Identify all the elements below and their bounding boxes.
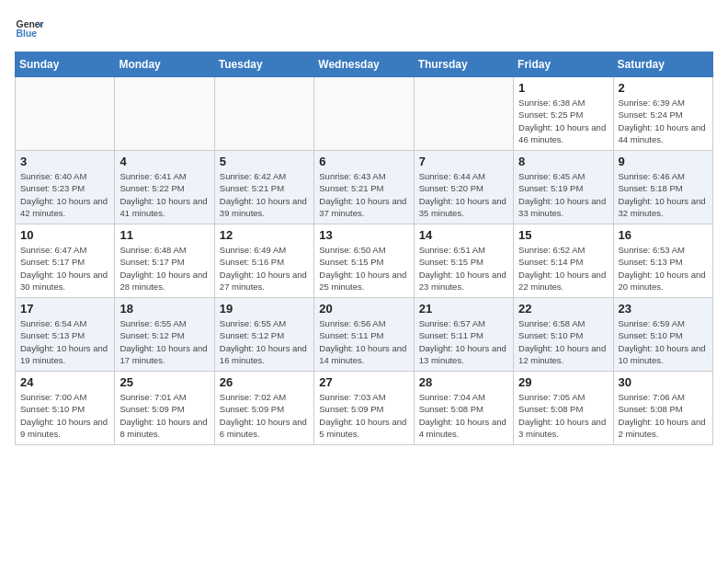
day-info: Sunrise: 6:51 AM Sunset: 5:15 PM Dayligh… — [419, 244, 508, 293]
day-info: Sunrise: 6:38 AM Sunset: 5:25 PM Dayligh… — [518, 97, 608, 145]
day-number: 2 — [619, 81, 708, 95]
day-number: 30 — [619, 375, 708, 389]
day-info: Sunrise: 6:40 AM Sunset: 5:23 PM Dayligh… — [20, 170, 109, 219]
week-row-4: 24Sunrise: 7:00 AM Sunset: 5:10 PM Dayli… — [16, 372, 713, 445]
day-number: 12 — [220, 228, 309, 242]
day-number: 16 — [619, 228, 708, 242]
day-number: 13 — [319, 228, 408, 242]
day-cell: 30Sunrise: 7:06 AM Sunset: 5:08 PM Dayli… — [613, 372, 712, 445]
day-cell: 21Sunrise: 6:57 AM Sunset: 5:11 PM Dayli… — [414, 298, 513, 372]
day-info: Sunrise: 6:50 AM Sunset: 5:15 PM Dayligh… — [319, 244, 408, 293]
calendar-body: 1Sunrise: 6:38 AM Sunset: 5:25 PM Daylig… — [16, 77, 713, 445]
day-number: 22 — [518, 302, 608, 316]
day-cell: 29Sunrise: 7:05 AM Sunset: 5:08 PM Dayli… — [514, 372, 613, 445]
day-number: 17 — [20, 302, 109, 316]
day-info: Sunrise: 7:01 AM Sunset: 5:09 PM Dayligh… — [119, 391, 209, 440]
day-cell: 12Sunrise: 6:49 AM Sunset: 5:16 PM Dayli… — [214, 224, 313, 298]
day-info: Sunrise: 6:46 AM Sunset: 5:18 PM Dayligh… — [619, 170, 708, 219]
day-cell: 25Sunrise: 7:01 AM Sunset: 5:09 PM Dayli… — [115, 372, 214, 445]
day-number: 6 — [319, 155, 408, 168]
header: General Blue — [15, 15, 713, 44]
day-info: Sunrise: 6:41 AM Sunset: 5:22 PM Dayligh… — [119, 170, 209, 219]
weekday-friday: Friday — [514, 52, 613, 77]
day-number: 9 — [619, 155, 708, 168]
day-cell: 11Sunrise: 6:48 AM Sunset: 5:17 PM Dayli… — [115, 224, 214, 298]
week-row-0: 1Sunrise: 6:38 AM Sunset: 5:25 PM Daylig… — [16, 77, 713, 151]
day-info: Sunrise: 7:00 AM Sunset: 5:10 PM Dayligh… — [20, 391, 109, 440]
day-number: 23 — [619, 302, 708, 316]
day-number: 15 — [518, 228, 608, 242]
day-info: Sunrise: 7:02 AM Sunset: 5:09 PM Dayligh… — [220, 391, 309, 440]
day-cell: 16Sunrise: 6:53 AM Sunset: 5:13 PM Dayli… — [613, 224, 712, 298]
day-info: Sunrise: 6:45 AM Sunset: 5:19 PM Dayligh… — [518, 170, 608, 219]
day-info: Sunrise: 6:58 AM Sunset: 5:10 PM Dayligh… — [518, 317, 608, 366]
day-number: 27 — [319, 375, 408, 389]
day-info: Sunrise: 6:42 AM Sunset: 5:21 PM Dayligh… — [220, 170, 309, 219]
day-info: Sunrise: 6:59 AM Sunset: 5:10 PM Dayligh… — [619, 317, 708, 366]
day-cell — [314, 77, 414, 151]
day-cell: 24Sunrise: 7:00 AM Sunset: 5:10 PM Dayli… — [16, 372, 115, 445]
day-cell: 14Sunrise: 6:51 AM Sunset: 5:15 PM Dayli… — [414, 224, 513, 298]
day-number: 8 — [518, 155, 608, 168]
logo: General Blue — [15, 15, 44, 44]
day-info: Sunrise: 6:53 AM Sunset: 5:13 PM Dayligh… — [619, 244, 708, 293]
day-info: Sunrise: 6:49 AM Sunset: 5:16 PM Dayligh… — [220, 244, 309, 293]
day-number: 25 — [119, 375, 209, 389]
day-cell: 13Sunrise: 6:50 AM Sunset: 5:15 PM Dayli… — [314, 224, 414, 298]
day-cell: 27Sunrise: 7:03 AM Sunset: 5:09 PM Dayli… — [314, 372, 414, 445]
day-cell: 5Sunrise: 6:42 AM Sunset: 5:21 PM Daylig… — [214, 151, 313, 224]
day-cell: 19Sunrise: 6:55 AM Sunset: 5:12 PM Dayli… — [214, 298, 313, 372]
day-info: Sunrise: 6:55 AM Sunset: 5:12 PM Dayligh… — [220, 317, 309, 366]
day-cell: 22Sunrise: 6:58 AM Sunset: 5:10 PM Dayli… — [514, 298, 613, 372]
day-number: 29 — [518, 375, 608, 389]
day-info: Sunrise: 6:48 AM Sunset: 5:17 PM Dayligh… — [119, 244, 209, 293]
day-info: Sunrise: 7:04 AM Sunset: 5:08 PM Dayligh… — [419, 391, 508, 440]
day-info: Sunrise: 6:56 AM Sunset: 5:11 PM Dayligh… — [319, 317, 408, 366]
day-info: Sunrise: 6:43 AM Sunset: 5:21 PM Dayligh… — [319, 170, 408, 219]
weekday-saturday: Saturday — [613, 52, 712, 77]
day-number: 28 — [419, 375, 508, 389]
day-cell — [214, 77, 313, 151]
day-cell: 1Sunrise: 6:38 AM Sunset: 5:25 PM Daylig… — [514, 77, 613, 151]
calendar: SundayMondayTuesdayWednesdayThursdayFrid… — [15, 52, 713, 445]
day-info: Sunrise: 6:44 AM Sunset: 5:20 PM Dayligh… — [419, 170, 508, 219]
day-cell: 2Sunrise: 6:39 AM Sunset: 5:24 PM Daylig… — [613, 77, 712, 151]
day-cell: 20Sunrise: 6:56 AM Sunset: 5:11 PM Dayli… — [314, 298, 414, 372]
day-cell: 17Sunrise: 6:54 AM Sunset: 5:13 PM Dayli… — [16, 298, 115, 372]
day-info: Sunrise: 6:55 AM Sunset: 5:12 PM Dayligh… — [119, 317, 209, 366]
week-row-1: 3Sunrise: 6:40 AM Sunset: 5:23 PM Daylig… — [16, 151, 713, 224]
week-row-3: 17Sunrise: 6:54 AM Sunset: 5:13 PM Dayli… — [16, 298, 713, 372]
day-number: 18 — [119, 302, 209, 316]
day-cell: 4Sunrise: 6:41 AM Sunset: 5:22 PM Daylig… — [115, 151, 214, 224]
day-number: 21 — [419, 302, 508, 316]
day-number: 7 — [419, 155, 508, 168]
day-info: Sunrise: 7:06 AM Sunset: 5:08 PM Dayligh… — [619, 391, 708, 440]
day-cell: 26Sunrise: 7:02 AM Sunset: 5:09 PM Dayli… — [214, 372, 313, 445]
day-number: 3 — [20, 155, 109, 168]
day-number: 5 — [220, 155, 309, 168]
day-cell: 18Sunrise: 6:55 AM Sunset: 5:12 PM Dayli… — [115, 298, 214, 372]
day-cell — [115, 77, 214, 151]
day-cell — [16, 77, 115, 151]
day-info: Sunrise: 7:05 AM Sunset: 5:08 PM Dayligh… — [518, 391, 608, 440]
week-row-2: 10Sunrise: 6:47 AM Sunset: 5:17 PM Dayli… — [16, 224, 713, 298]
day-number: 24 — [20, 375, 109, 389]
day-cell: 7Sunrise: 6:44 AM Sunset: 5:20 PM Daylig… — [414, 151, 513, 224]
day-number: 10 — [20, 228, 109, 242]
day-cell: 3Sunrise: 6:40 AM Sunset: 5:23 PM Daylig… — [16, 151, 115, 224]
logo-icon: General Blue — [15, 15, 44, 44]
day-cell: 28Sunrise: 7:04 AM Sunset: 5:08 PM Dayli… — [414, 372, 513, 445]
day-number: 19 — [220, 302, 309, 316]
weekday-tuesday: Tuesday — [214, 52, 313, 77]
day-info: Sunrise: 7:03 AM Sunset: 5:09 PM Dayligh… — [319, 391, 408, 440]
day-cell: 15Sunrise: 6:52 AM Sunset: 5:14 PM Dayli… — [514, 224, 613, 298]
day-cell: 23Sunrise: 6:59 AM Sunset: 5:10 PM Dayli… — [613, 298, 712, 372]
day-info: Sunrise: 6:54 AM Sunset: 5:13 PM Dayligh… — [20, 317, 109, 366]
day-number: 1 — [518, 81, 608, 95]
day-info: Sunrise: 6:52 AM Sunset: 5:14 PM Dayligh… — [518, 244, 608, 293]
svg-text:Blue: Blue — [17, 29, 38, 39]
weekday-monday: Monday — [115, 52, 214, 77]
day-info: Sunrise: 6:47 AM Sunset: 5:17 PM Dayligh… — [20, 244, 109, 293]
day-cell: 10Sunrise: 6:47 AM Sunset: 5:17 PM Dayli… — [16, 224, 115, 298]
day-number: 20 — [319, 302, 408, 316]
